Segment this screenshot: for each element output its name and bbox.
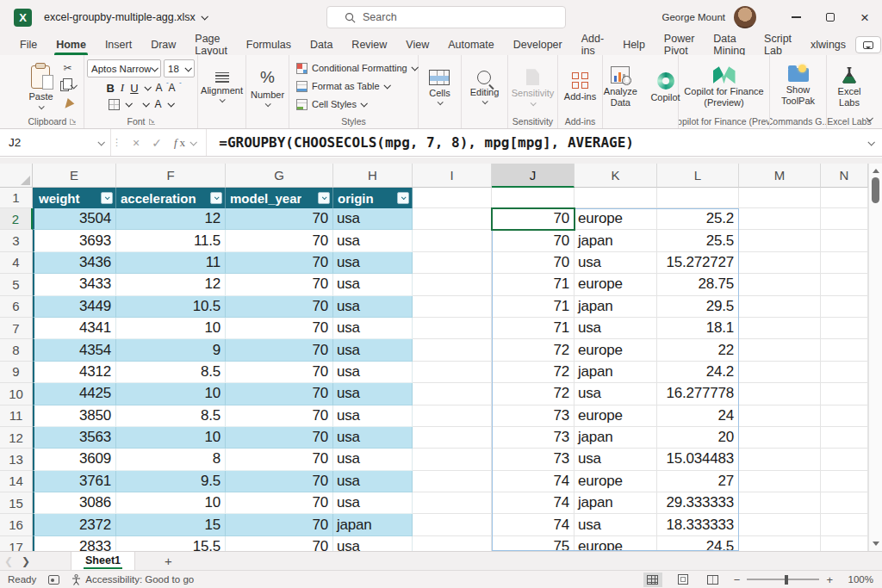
tab-developer[interactable]: Developer	[504, 34, 572, 55]
cell-F13[interactable]: 8	[116, 449, 226, 470]
cells-button[interactable]: Cells	[426, 67, 452, 106]
avatar[interactable]	[734, 6, 756, 28]
confirm-entry-button[interactable]: ✓	[152, 136, 162, 150]
cell-H11[interactable]: usa	[333, 405, 413, 427]
column-header-J[interactable]: J	[492, 164, 575, 188]
cell-G6[interactable]: 70	[226, 296, 333, 318]
cell-G5[interactable]: 70	[226, 274, 333, 295]
cell-G4[interactable]: 70	[226, 252, 333, 274]
cell-N10[interactable]	[821, 383, 868, 405]
cell-L7[interactable]: 18.1	[657, 318, 739, 339]
cell-H10[interactable]: usa	[333, 383, 413, 405]
tab-file[interactable]: File	[10, 34, 47, 55]
cell-L8[interactable]: 22	[657, 339, 739, 361]
font-dialog-launcher[interactable]: ↘	[149, 119, 155, 125]
cell-K16[interactable]: usa	[575, 514, 657, 535]
cell-H5[interactable]: usa	[333, 274, 413, 295]
paste-button[interactable]: Paste	[26, 63, 55, 109]
page-break-view-button[interactable]	[704, 573, 723, 587]
cell-E15[interactable]: 3086	[33, 492, 116, 514]
cell-K17[interactable]: europe	[575, 536, 657, 551]
vertical-scrollbar-thumb[interactable]	[872, 177, 879, 203]
cell-F3[interactable]: 11.5	[116, 230, 226, 251]
cell-H4[interactable]: usa	[333, 252, 413, 274]
filter-origin[interactable]	[397, 192, 409, 204]
cell-E2[interactable]: 3504	[33, 208, 116, 230]
cell-K11[interactable]: europe	[575, 405, 657, 427]
cell-E17[interactable]: 2833	[33, 536, 116, 551]
cell-L15[interactable]: 29.333333	[657, 492, 739, 514]
cell-G8[interactable]: 70	[226, 339, 333, 361]
tab-automate[interactable]: Automate	[438, 34, 504, 55]
cell-J8[interactable]: 72	[492, 339, 575, 361]
search-box[interactable]	[326, 6, 566, 28]
tab-data[interactable]: Data	[301, 34, 342, 55]
cell-F17[interactable]: 15.5	[116, 536, 226, 551]
cell-G1[interactable]: model_year	[226, 188, 333, 208]
cell-N16[interactable]	[821, 514, 868, 535]
cell-M4[interactable]	[739, 252, 821, 274]
filter-weight[interactable]	[101, 192, 113, 204]
cell-H7[interactable]: usa	[333, 318, 413, 339]
cell-J10[interactable]: 72	[492, 383, 575, 405]
filter-acceleration[interactable]	[210, 192, 222, 204]
tab-page-layout[interactable]: Page Layout	[185, 34, 237, 55]
excel-app-icon[interactable]: X	[14, 9, 32, 27]
cell-N15[interactable]	[821, 492, 868, 514]
macro-record-icon[interactable]	[48, 575, 59, 585]
row-header-4[interactable]: 4	[0, 252, 33, 274]
cell-M15[interactable]	[739, 492, 821, 514]
page-layout-view-button[interactable]	[674, 573, 693, 587]
cell-K8[interactable]: europe	[575, 339, 657, 361]
cell-N9[interactable]	[821, 362, 868, 383]
cell-M12[interactable]	[739, 427, 821, 449]
cell-H3[interactable]: usa	[333, 230, 413, 251]
tab-view[interactable]: View	[396, 34, 438, 55]
cell-I6[interactable]	[413, 296, 492, 318]
alignment-button[interactable]: Alignment	[198, 70, 245, 103]
cell-G17[interactable]: 70	[226, 536, 333, 551]
insert-function-button[interactable]: fx	[174, 136, 196, 150]
cell-H1[interactable]: origin	[333, 188, 413, 208]
cell-I13[interactable]	[413, 449, 492, 470]
vertical-scrollbar[interactable]	[868, 164, 882, 551]
editing-button[interactable]: Editing	[468, 68, 502, 105]
cell-K12[interactable]: japan	[575, 427, 657, 449]
cell-N17[interactable]	[821, 536, 868, 551]
cell-K2[interactable]: europe	[575, 208, 657, 230]
cell-G16[interactable]: 70	[226, 514, 333, 535]
column-header-H[interactable]: H	[333, 164, 413, 188]
tab-review[interactable]: Review	[342, 34, 396, 55]
cell-H15[interactable]: usa	[333, 492, 413, 514]
cell-G12[interactable]: 70	[226, 427, 333, 449]
cell-J3[interactable]: 70	[492, 230, 575, 251]
cell-K14[interactable]: europe	[575, 471, 657, 492]
cell-K5[interactable]: europe	[575, 274, 657, 295]
cell-F6[interactable]: 10.5	[116, 296, 226, 318]
cell-H13[interactable]: usa	[333, 449, 413, 470]
row-header-15[interactable]: 15	[0, 492, 33, 514]
copy-button[interactable]	[58, 79, 78, 94]
row-header-17[interactable]: 17	[0, 536, 33, 551]
close-button[interactable]: ×	[848, 0, 882, 34]
cell-E4[interactable]: 3436	[33, 252, 116, 274]
cell-M10[interactable]	[739, 383, 821, 405]
cell-E3[interactable]: 3693	[33, 230, 116, 251]
add-ins-button[interactable]: Add-ins	[562, 70, 599, 102]
cell-J2[interactable]: 70	[492, 208, 575, 230]
next-sheet-button[interactable]: ❯	[17, 555, 34, 567]
tab-formulas[interactable]: Formulas	[237, 34, 301, 55]
cell-I8[interactable]	[413, 339, 492, 361]
cell-G10[interactable]: 70	[226, 383, 333, 405]
row-header-11[interactable]: 11	[0, 405, 33, 427]
cell-L6[interactable]: 29.5	[657, 296, 739, 318]
cell-G13[interactable]: 70	[226, 449, 333, 470]
cell-F5[interactable]: 12	[116, 274, 226, 295]
cell-G2[interactable]: 70	[226, 208, 333, 230]
cell-J1[interactable]	[492, 188, 575, 208]
font-name-select[interactable]: Aptos Narrow	[87, 59, 161, 77]
row-header-3[interactable]: 3	[0, 230, 33, 251]
row-header-5[interactable]: 5	[0, 274, 33, 295]
cell-J6[interactable]: 71	[492, 296, 575, 318]
normal-view-button[interactable]	[643, 573, 662, 587]
